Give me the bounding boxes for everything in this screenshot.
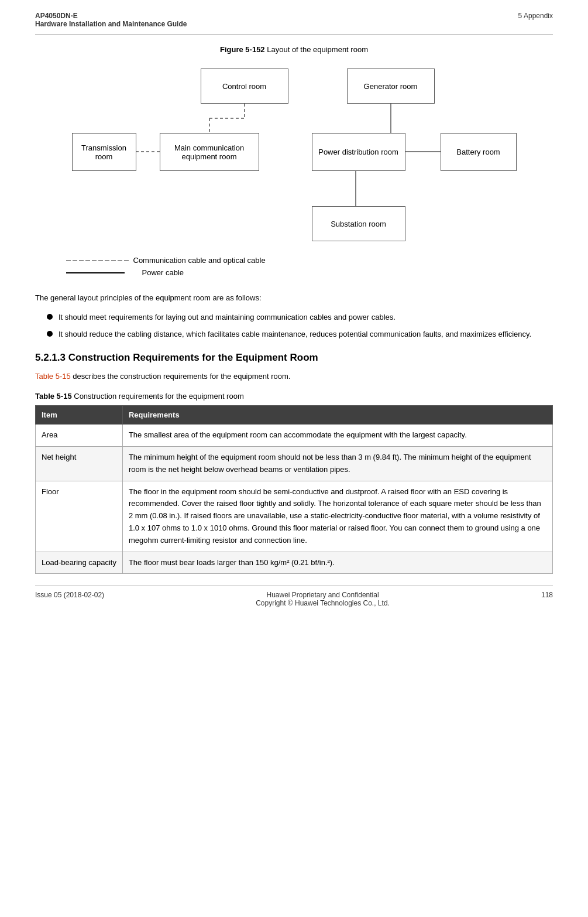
control-room-box: Control room [201, 69, 288, 104]
table-row: Load-bearing capacityThe floor must bear… [36, 552, 553, 574]
table-cell-requirements: The smallest area of the equipment room … [122, 425, 552, 447]
substation-room-box: Substation room [312, 206, 405, 241]
section-heading: 5.2.1.3 Construction Requirements for th… [35, 352, 553, 364]
header-right: 5 Appendix [518, 12, 553, 28]
col-header-requirements: Requirements [122, 406, 552, 425]
generator-room-box: Generator room [347, 69, 435, 104]
table-ref-text: Table 5-15 describes the construction re… [35, 371, 553, 383]
bullet-dot-1 [47, 314, 53, 320]
power-dist-room-box: Power distribution room [312, 133, 405, 171]
footer-center: Huawei Proprietary and Confidential Copy… [104, 591, 541, 607]
table-header-row: Item Requirements [36, 406, 553, 425]
table-title: Table 5-15 Construction requirements for… [35, 392, 553, 401]
bullet-list: It should meet requirements for laying o… [47, 312, 553, 341]
legend-dashed: Communication cable and optical cable [66, 256, 522, 265]
solid-line-icon [66, 272, 125, 273]
footer-left: Issue 05 (2018-02-02) [35, 591, 104, 607]
main-comm-room-box: Main communication equipment room [160, 133, 259, 171]
table-ref-link[interactable]: Table 5-15 [35, 372, 71, 381]
transmission-room-box: Transmission room [72, 133, 136, 171]
table-cell-requirements: The floor in the equipment room should b… [122, 481, 552, 552]
bullet-item-1: It should meet requirements for laying o… [47, 312, 553, 324]
table-row: Net heightThe minimum height of the equi… [36, 446, 553, 481]
bullet-dot-2 [47, 331, 53, 337]
body-intro: The general layout principles of the equ… [35, 292, 553, 304]
diagram-container: Control room Generator room Transmission… [35, 63, 553, 280]
battery-room-box: Battery room [441, 133, 517, 171]
table-cell-item: Net height [36, 446, 123, 481]
footer-right: 118 [541, 591, 553, 607]
diagram-area: Control room Generator room Transmission… [66, 63, 522, 250]
requirements-table: Item Requirements AreaThe smallest area … [35, 405, 553, 574]
figure-title: Figure 5-152 Layout of the equipment roo… [35, 45, 553, 54]
legend-solid: Power cable [66, 268, 522, 277]
table-cell-item: Area [36, 425, 123, 447]
page-header: AP4050DN-EHardware Installation and Main… [35, 12, 553, 28]
page-footer: Issue 05 (2018-02-02) Huawei Proprietary… [35, 586, 553, 607]
table-row: FloorThe floor in the equipment room sho… [36, 481, 553, 552]
table-cell-requirements: The floor must bear loads larger than 15… [122, 552, 552, 574]
table-cell-item: Floor [36, 481, 123, 552]
bullet-item-2: It should reduce the cabling distance, w… [47, 329, 553, 341]
table-cell-requirements: The minimum height of the equipment room… [122, 446, 552, 481]
table-cell-item: Load-bearing capacity [36, 552, 123, 574]
dashed-line-icon [66, 260, 125, 261]
diagram-legend: Communication cable and optical cable Po… [66, 256, 522, 280]
col-header-item: Item [36, 406, 123, 425]
header-left: AP4050DN-EHardware Installation and Main… [35, 12, 187, 28]
table-row: AreaThe smallest area of the equipment r… [36, 425, 553, 447]
